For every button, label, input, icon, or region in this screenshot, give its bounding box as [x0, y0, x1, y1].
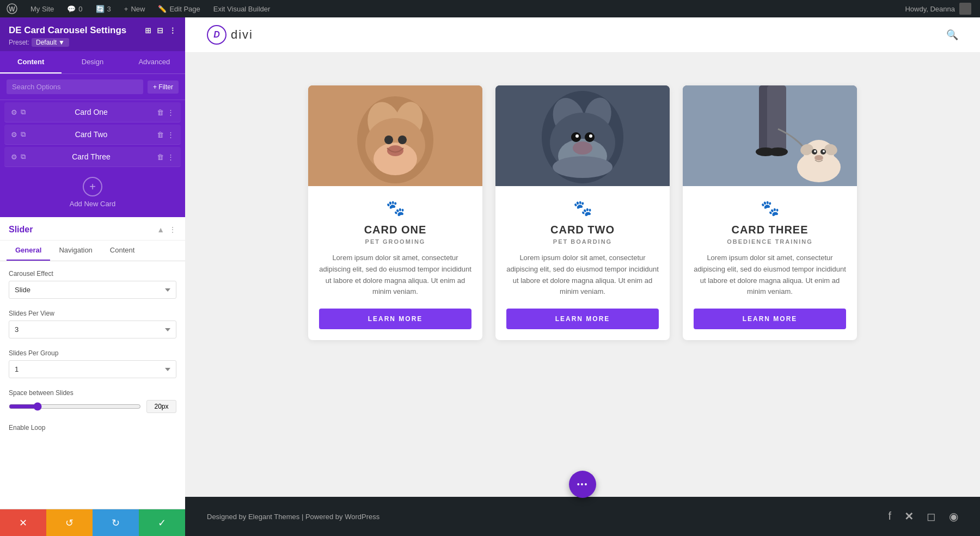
gear-icon[interactable]: ⚙: [11, 108, 17, 116]
slider-tab-navigation[interactable]: Navigation: [50, 241, 101, 261]
menu-icon[interactable]: ⋮: [167, 131, 174, 139]
preset-name: Default: [36, 39, 57, 46]
menu-icon[interactable]: ⋮: [167, 108, 174, 116]
filter-button[interactable]: + Filter: [148, 81, 179, 94]
grid-icon[interactable]: ⊟: [157, 26, 163, 35]
site-name-item[interactable]: My Site: [24, 0, 60, 17]
undo-icon: ↺: [65, 517, 74, 529]
slider-tab-navigation-label: Navigation: [59, 246, 92, 254]
space-between-value: 20px: [146, 400, 176, 413]
svg-rect-25: [767, 85, 786, 151]
list-item[interactable]: ⚙ ⧉ Card One 🗑 ⋮: [4, 102, 181, 122]
card-2-learn-more-button[interactable]: LEARN MORE: [506, 309, 659, 329]
undo-button[interactable]: ↺: [46, 509, 93, 536]
slider-header: Slider ▲ ⋮: [0, 217, 185, 241]
tab-advanced[interactable]: Advanced: [124, 51, 185, 73]
list-item[interactable]: ⚙ ⧉ Card Two 🗑 ⋮: [4, 125, 181, 145]
space-between-slider-row: 20px: [9, 400, 176, 413]
add-card-label: Add New Card: [70, 200, 116, 208]
svg-point-27: [768, 147, 788, 156]
slides-per-view-select[interactable]: 1 2 3 4: [9, 321, 176, 338]
search-icon[interactable]: 🔍: [946, 29, 958, 41]
tab-content[interactable]: Content: [0, 51, 62, 73]
more-icon[interactable]: ⋮: [169, 26, 176, 35]
edit-page-label: Edit Page: [169, 5, 200, 13]
site-footer: Designed by Elegant Themes | Powered by …: [185, 497, 980, 536]
divi-logo-circle: D: [207, 25, 226, 45]
slider-section: Slider ▲ ⋮ General Navigation Content: [0, 215, 185, 536]
slider-tab-content[interactable]: Content: [101, 241, 144, 261]
card-3: 🐾 CARD THREE OBEDIENCE TRAINING Lorem ip…: [683, 85, 857, 340]
gear-icon[interactable]: ⚙: [11, 131, 17, 139]
slides-per-view-label: Slides Per View: [9, 310, 176, 317]
rss-icon[interactable]: ◉: [949, 510, 958, 523]
save-icon: ✓: [158, 517, 166, 529]
carousel-effect-select[interactable]: Slide Fade Cube: [9, 281, 176, 299]
slider-chevron-up-icon[interactable]: ▲: [157, 225, 164, 234]
instagram-icon[interactable]: ◻: [927, 510, 936, 523]
delete-icon[interactable]: 🗑: [157, 153, 164, 161]
space-between-slider[interactable]: [9, 402, 141, 411]
sidebar-header: DE Card Carousel Settings ⊞ ⊟ ⋮ Preset: …: [0, 17, 185, 51]
card-1-body: 🐾 CARD ONE PET GROOMING Lorem ipsum dolo…: [308, 186, 482, 340]
divi-nav: D divi 🔍: [185, 17, 980, 53]
card-item-left-icons: ⚙ ⧉: [11, 108, 26, 116]
new-label: New: [131, 5, 145, 13]
comments-item[interactable]: 💬 0: [60, 0, 89, 17]
search-input[interactable]: [7, 79, 143, 94]
sidebar-title-row: DE Card Carousel Settings ⊞ ⊟ ⋮: [9, 25, 176, 36]
tab-design[interactable]: Design: [62, 51, 123, 73]
menu-icon[interactable]: ⋮: [167, 153, 174, 161]
responsive-icon[interactable]: ⊞: [145, 26, 151, 35]
tab-advanced-label: Advanced: [138, 58, 170, 66]
copy-icon[interactable]: ⧉: [21, 152, 26, 161]
slides-per-group-group: Slides Per Group 1 2 3: [9, 349, 176, 378]
save-button[interactable]: ✓: [139, 509, 185, 536]
sidebar-title-icons: ⊞ ⊟ ⋮: [145, 26, 176, 35]
wp-icon: W: [7, 3, 17, 14]
svg-point-8: [384, 135, 393, 144]
new-item[interactable]: + New: [118, 0, 152, 17]
copy-icon[interactable]: ⧉: [21, 130, 26, 139]
card-1-learn-more-button[interactable]: LEARN MORE: [319, 309, 471, 329]
enable-loop-group: Enable Loop: [9, 424, 176, 432]
card-1-text: Lorem ipsum dolor sit amet, consectetur …: [319, 252, 471, 298]
sidebar-content: ⚙ ⧉ Card One 🗑 ⋮ ⚙ ⧉ Card Two 🗑 ⋮: [0, 100, 185, 536]
slider-tab-general[interactable]: General: [7, 241, 50, 261]
card-2-paw-icon: 🐾: [506, 199, 659, 217]
card-3-subtitle: OBEDIENCE TRAINING: [694, 238, 846, 245]
space-between-group: Space between Slides 20px: [9, 389, 176, 413]
card-2-text: Lorem ipsum dolor sit amet, consectetur …: [506, 252, 659, 298]
gear-icon[interactable]: ⚙: [11, 153, 17, 161]
add-card-plus-icon: +: [83, 177, 102, 196]
user-greeting: Howdy, Deanna: [905, 5, 955, 13]
slides-per-group-select[interactable]: 1 2 3: [9, 360, 176, 378]
list-item[interactable]: ⚙ ⧉ Card Three 🗑 ⋮: [4, 147, 181, 167]
slider-body: Carousel Effect Slide Fade Cube Slides P…: [0, 261, 185, 451]
card-item-actions: 🗑 ⋮: [157, 131, 174, 139]
exit-builder-item[interactable]: Exit Visual Builder: [207, 0, 277, 17]
delete-icon[interactable]: 🗑: [157, 131, 164, 139]
svg-point-36: [814, 155, 823, 161]
edit-page-item[interactable]: ✏️ Edit Page: [151, 0, 206, 17]
card-3-learn-more-button[interactable]: LEARN MORE: [694, 309, 846, 329]
sidebar-title: DE Card Carousel Settings: [9, 25, 126, 36]
copy-icon[interactable]: ⧉: [21, 108, 26, 116]
twitter-x-icon[interactable]: ✕: [904, 510, 914, 523]
redo-button[interactable]: ↻: [93, 509, 139, 536]
comments-count: 0: [78, 5, 82, 13]
admin-bar: W My Site 💬 0 🔄 3 + New ✏️ Edit Page Exi…: [0, 0, 980, 17]
svg-point-9: [398, 135, 407, 144]
svg-point-19: [575, 134, 579, 138]
sidebar: DE Card Carousel Settings ⊞ ⊟ ⋮ Preset: …: [0, 17, 185, 536]
facebook-icon[interactable]: f: [888, 510, 891, 523]
slider-more-icon[interactable]: ⋮: [169, 225, 176, 234]
card-3-title: CARD THREE: [694, 224, 846, 236]
cancel-button[interactable]: ✕: [0, 509, 46, 536]
fab-button[interactable]: •••: [569, 471, 596, 498]
preset-tag[interactable]: Default ▼: [32, 38, 69, 47]
wp-logo-item[interactable]: W: [0, 0, 24, 17]
add-new-card-button[interactable]: + Add New Card: [0, 169, 185, 215]
delete-icon[interactable]: 🗑: [157, 108, 164, 116]
updates-item[interactable]: 🔄 3: [89, 0, 118, 17]
